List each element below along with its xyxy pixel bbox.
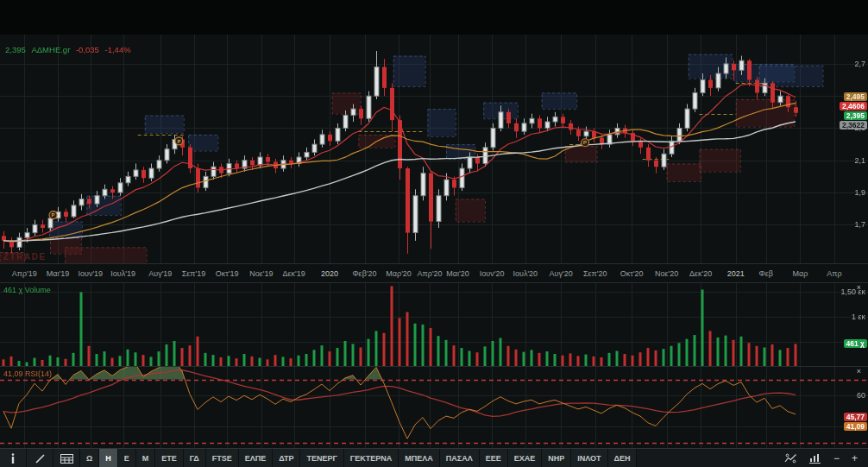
volume-bars-icon[interactable]	[809, 453, 821, 464]
price-change: -0,035	[76, 45, 99, 54]
volume-pane: 461 χ Volume × 1,50 εκ1 εκ500 χ 461 χ	[0, 282, 868, 367]
toolbar-buttons: ΩΗΕΜΕΤΕΓΔFTSEΕΛΠΕΔΤΡΤΕΝΕΡΓΓΕΚΤΕΡΝΑΜΠΕΛΑΠ…	[80, 449, 637, 467]
price-chart-pane: 2,395 ΑΔΜΗΕ.gr -0,035 -1,44% ZTRADE 2,72…	[0, 35, 868, 263]
platform-watermark: ZTRADE	[3, 252, 47, 262]
toolbar-right-icons: − +	[784, 449, 868, 467]
volume-tick-label: 1 εκ	[852, 312, 865, 321]
time-axis[interactable]: Απρ'19Μαι'19Ιουν'19Ιουλ'19Αυγ'19Σεπ'19Οκ…	[0, 263, 868, 283]
toolbar-button-ΕΤΕ[interactable]: ΕΤΕ	[155, 449, 184, 467]
bottom-toolbar: ΩΗΕΜΕΤΕΓΔFTSEΕΛΠΕΔΤΡΤΕΝΕΡΓΓΕΚΤΕΡΝΑΜΠΕΛΑΠ…	[0, 448, 868, 467]
price-axis-badge: 2,395	[844, 111, 867, 120]
price-axis-badge: 2,495	[844, 92, 867, 101]
toolbar-button-ΕΧΑΕ[interactable]: ΕΧΑΕ	[508, 449, 543, 467]
volume-canvas[interactable]	[0, 283, 868, 367]
toolbar-button-ΕΛΠΕ[interactable]: ΕΛΠΕ	[239, 449, 274, 467]
symbol-legend[interactable]: 2,395 ΑΔΜΗΕ.gr -0,035 -1,44%	[5, 45, 131, 54]
toolbar-button-Ω[interactable]: Ω	[80, 449, 99, 467]
volume-tick-label: 1,50 εκ	[840, 287, 865, 296]
draw-line-icon[interactable]	[27, 449, 53, 467]
trading-platform-window: 2,395 ΑΔΜΗΕ.gr -0,035 -1,44% ZTRADE 2,72…	[0, 0, 868, 467]
time-tick-label: Απρ	[810, 269, 859, 278]
rsi-canvas[interactable]	[0, 367, 868, 449]
last-price: 2,395	[5, 45, 26, 54]
price-tick-label: 2,7	[854, 60, 865, 68]
toolbar-button-ΔΤΡ[interactable]: ΔΤΡ	[273, 449, 300, 467]
volume-pane-close-button[interactable]: ×	[857, 283, 861, 292]
toolbar-button-Ε[interactable]: Ε	[118, 449, 136, 467]
toolbar-button-ΠΑΣΑΛ[interactable]: ΠΑΣΑΛ	[440, 449, 480, 467]
toolbar-button-Η[interactable]: Η	[99, 449, 118, 467]
info-icon[interactable]	[0, 449, 27, 467]
rsi-indicator-label: 41,09 RSI(14)	[3, 369, 52, 378]
rsi-pane: 41,09 RSI(14) × 60 45,7741,09	[0, 366, 868, 449]
toolbar-button-ΓΕΚΤΕΡΝΑ[interactable]: ΓΕΚΤΕΡΝΑ	[344, 449, 399, 467]
toolbar-button-ΔΕΗ[interactable]: ΔΕΗ	[608, 449, 638, 467]
price-axis-badge: 2,3622	[840, 121, 867, 129]
price-axis-badge: 2,4606	[840, 102, 867, 110]
percent-chart-icon[interactable]	[784, 453, 797, 464]
price-chart-canvas[interactable]	[0, 35, 868, 263]
price-tick-label: 2,1	[854, 156, 865, 165]
toolbar-button-ΓΔ[interactable]: ΓΔ	[184, 449, 206, 467]
watchlist-grid-icon[interactable]	[53, 449, 80, 467]
volume-axis-badge: 461 χ	[844, 339, 867, 348]
rsi-axis-badge: 45,77	[844, 413, 867, 421]
volume-indicator-label: 461 χ Volume	[3, 286, 51, 294]
toolbar-button-ΙΝΛΟΤ[interactable]: ΙΝΛΟΤ	[571, 449, 607, 467]
toolbar-button-FTSE[interactable]: FTSE	[206, 449, 239, 467]
zoom-in-icon[interactable]: +	[852, 453, 858, 464]
rsi-tick-label: 60	[857, 391, 865, 400]
price-change-pct: -1,44%	[105, 45, 131, 54]
price-tick-label: 1,9	[854, 188, 865, 197]
zoom-out-icon[interactable]: −	[833, 453, 840, 464]
toolbar-button-ΕΕΕ[interactable]: ΕΕΕ	[480, 449, 508, 467]
toolbar-button-ΝΗΡ[interactable]: ΝΗΡ	[542, 449, 571, 467]
toolbar-button-ΤΕΝΕΡΓ[interactable]: ΤΕΝΕΡΓ	[300, 449, 343, 467]
rsi-pane-close-button[interactable]: ×	[857, 367, 861, 375]
toolbar-button-Μ[interactable]: Μ	[136, 449, 156, 467]
symbol-name: ΑΔΜΗΕ.gr	[31, 45, 70, 54]
price-tick-label: 1,7	[854, 220, 865, 229]
rsi-axis-badge: 41,09	[844, 422, 867, 431]
toolbar-button-ΜΠΕΛΑ[interactable]: ΜΠΕΛΑ	[399, 449, 440, 467]
